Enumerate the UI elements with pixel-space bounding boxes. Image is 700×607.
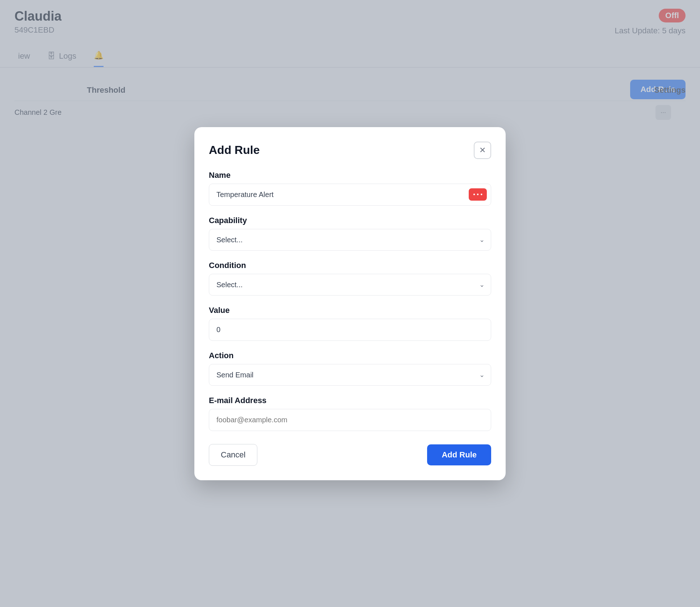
close-button[interactable]: ✕ <box>474 142 491 159</box>
email-input[interactable] <box>209 409 491 431</box>
modal-title: Add Rule <box>209 143 260 157</box>
action-field-group: Action Send Email Send SMS Webhook ⌄ <box>209 351 491 386</box>
capability-select-wrapper: Select... ⌄ <box>209 229 491 251</box>
value-field-group: Value <box>209 306 491 341</box>
condition-select[interactable]: Select... <box>209 274 491 296</box>
condition-label: Condition <box>209 261 491 270</box>
condition-field-group: Condition Select... ⌄ <box>209 261 491 296</box>
name-field-group: Name • • • <box>209 171 491 206</box>
email-field-group: E-mail Address <box>209 396 491 431</box>
dots-icon: • • • <box>473 191 482 198</box>
modal-footer: Cancel Add Rule <box>209 444 491 466</box>
add-rule-button[interactable]: Add Rule <box>427 444 491 465</box>
emoji-button[interactable]: • • • <box>469 188 487 201</box>
capability-select[interactable]: Select... <box>209 229 491 251</box>
name-label: Name <box>209 171 491 180</box>
modal-overlay: Add Rule ✕ Name • • • Capability Select.… <box>0 0 700 607</box>
modal-header: Add Rule ✕ <box>209 142 491 159</box>
action-select[interactable]: Send Email Send SMS Webhook <box>209 364 491 386</box>
capability-field-group: Capability Select... ⌄ <box>209 216 491 251</box>
name-input[interactable] <box>209 184 491 206</box>
capability-label: Capability <box>209 216 491 225</box>
email-label: E-mail Address <box>209 396 491 405</box>
cancel-button[interactable]: Cancel <box>209 444 257 466</box>
add-rule-modal: Add Rule ✕ Name • • • Capability Select.… <box>194 127 506 480</box>
action-label: Action <box>209 351 491 360</box>
value-label: Value <box>209 306 491 315</box>
name-input-wrapper: • • • <box>209 184 491 206</box>
value-input[interactable] <box>209 319 491 341</box>
action-select-wrapper: Send Email Send SMS Webhook ⌄ <box>209 364 491 386</box>
condition-select-wrapper: Select... ⌄ <box>209 274 491 296</box>
